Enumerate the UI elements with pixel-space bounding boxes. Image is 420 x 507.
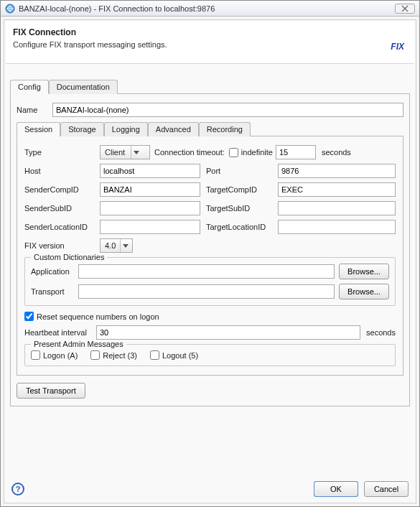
seconds-label-1: seconds [322, 148, 351, 157]
targetcomp-label: TargetCompID [206, 185, 278, 194]
fix-logo: FIX [391, 42, 404, 52]
app-icon [5, 4, 15, 14]
reset-sequence-input[interactable] [24, 312, 34, 321]
targetloc-input[interactable] [278, 220, 396, 234]
targetsub-input[interactable] [278, 201, 396, 215]
timeout-input[interactable] [276, 145, 316, 159]
header-title: FIX Connection [13, 27, 391, 37]
host-label: Host [24, 167, 100, 175]
targetsub-label: TargetSubID [206, 204, 278, 213]
port-input[interactable] [278, 164, 396, 178]
logout-checkbox[interactable]: Logout (5) [150, 350, 198, 360]
tab-storage[interactable]: Storage [60, 122, 104, 136]
logon-check-input[interactable] [31, 350, 40, 360]
test-transport-button[interactable]: Test Transport [17, 383, 85, 399]
logon-checkbox[interactable]: Logon (A) [31, 350, 78, 360]
tab-session[interactable]: Session [17, 122, 60, 136]
tab-documentation[interactable]: Documentation [49, 80, 118, 94]
application-dict-input[interactable] [78, 264, 335, 279]
custom-dict-legend: Custom Dictionaries [31, 253, 107, 261]
window-title: BANZAI-local-(none) - FIX Connection to … [19, 4, 395, 13]
application-dict-label: Application [31, 267, 78, 276]
tab-logging[interactable]: Logging [104, 122, 148, 136]
header-subtitle: Configure FIX transport messaging settin… [13, 40, 391, 49]
logout-check-input[interactable] [150, 350, 159, 360]
reject-checkbox[interactable]: Reject (3) [90, 350, 137, 360]
transport-dict-input[interactable] [78, 284, 335, 299]
targetloc-label: TargetLocationID [206, 223, 278, 231]
sendersub-label: SenderSubID [24, 204, 100, 213]
sendercomp-label: SenderCompID [24, 185, 100, 194]
tab-recording[interactable]: Recording [199, 122, 251, 136]
tab-advanced[interactable]: Advanced [148, 122, 199, 136]
sendersub-input[interactable] [100, 201, 200, 215]
help-icon[interactable]: ? [11, 483, 24, 496]
browse-application-button[interactable]: Browse... [339, 264, 389, 279]
cancel-button[interactable]: Cancel [364, 481, 409, 497]
reset-sequence-checkbox[interactable]: Reset sequence numbers on logon [24, 312, 159, 321]
inner-tabs: Session Storage Logging Advanced Recordi… [17, 121, 403, 136]
transport-dict-label: Transport [31, 287, 78, 296]
heartbeat-input[interactable] [96, 325, 360, 340]
header-block: FIX Connection Configure FIX transport m… [6, 22, 414, 64]
custom-dictionaries-fieldset: Custom Dictionaries Application Browse..… [24, 257, 396, 306]
name-label: Name [17, 106, 52, 114]
name-input[interactable] [52, 103, 403, 117]
reject-check-input[interactable] [90, 350, 100, 360]
fixversion-select[interactable]: 4.0 [100, 238, 133, 253]
tab-config[interactable]: Config [10, 80, 49, 94]
sendercomp-input[interactable] [100, 182, 200, 197]
indefinite-check-input[interactable] [229, 148, 238, 157]
dialog-panel: FIX Connection Configure FIX transport m… [4, 19, 416, 503]
senderloc-input[interactable] [100, 220, 200, 234]
outer-tabs: Config Documentation [10, 79, 410, 94]
chevron-down-icon [120, 239, 130, 252]
host-input[interactable] [100, 164, 200, 178]
chevron-down-icon [131, 146, 141, 159]
titlebar: BANZAI-local-(none) - FIX Connection to … [1, 1, 419, 17]
admin-legend: Present Admin Messages [31, 340, 126, 348]
close-button[interactable] [395, 4, 415, 14]
fixversion-label: FIX version [24, 241, 100, 250]
connection-timeout-label: Connection timeout: [154, 148, 225, 157]
indefinite-checkbox[interactable]: indefinite [229, 148, 273, 157]
targetcomp-input[interactable] [278, 182, 396, 197]
ok-button[interactable]: OK [314, 481, 358, 497]
present-admin-messages-fieldset: Present Admin Messages Logon (A) Reject … [24, 344, 396, 366]
seconds-label-2: seconds [366, 328, 396, 337]
dialog-window: BANZAI-local-(none) - FIX Connection to … [0, 0, 420, 507]
type-label: Type [24, 148, 100, 157]
port-label: Port [206, 167, 278, 175]
senderloc-label: SenderLocationID [24, 223, 100, 231]
browse-transport-button[interactable]: Browse... [339, 284, 389, 299]
type-select[interactable]: Client [100, 145, 150, 159]
heartbeat-label: Heartbeat interval [24, 328, 96, 337]
